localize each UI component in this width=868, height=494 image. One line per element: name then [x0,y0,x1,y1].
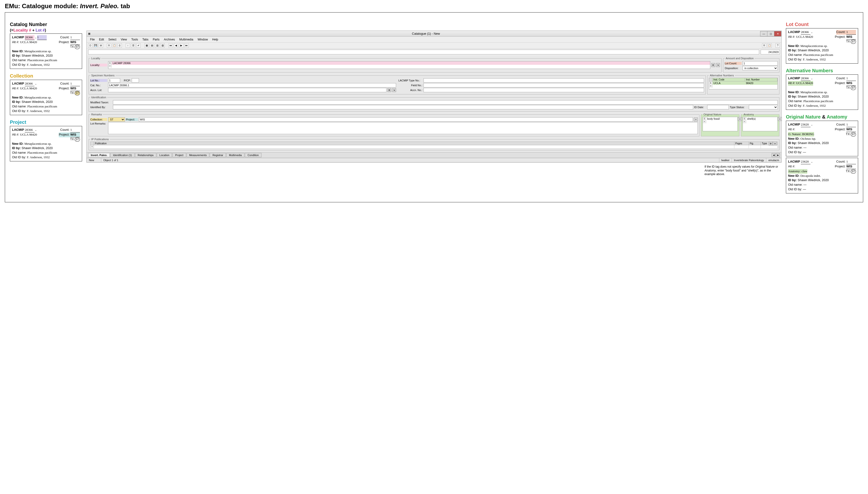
menu-multimedia[interactable]: Multimedia [177,37,195,42]
tb-view3-icon[interactable]: ▥ [155,43,159,48]
nature-expand-icon[interactable]: ≡ [738,117,742,121]
tb-first-icon[interactable]: ⏮ [169,43,173,48]
menu-edit[interactable]: Edit [97,37,106,42]
altnum-code[interactable]: UCLA [712,81,745,85]
st-badge-icon: ST [851,39,856,44]
tb-paste-icon[interactable]: 📋 [112,43,117,48]
titlebar: ▦ Catalogue (1) - New — ◻ ✕ [87,31,781,37]
anatomy-expand-icon[interactable]: ≡ [778,117,782,121]
tb-sort-icon[interactable]: ↕ [126,43,130,48]
card-anatomy: LACMIP 23620 . Count: 1 Alt #: Project: … [786,158,858,193]
pub-lookup-icon[interactable]: ⊞ [769,141,773,146]
locality-value[interactable]: LACMIP 28366 [112,61,710,65]
tabstrip: Invert. Paleo. Identification (1) Relati… [87,152,781,158]
tab-registrar[interactable]: Registrar [210,153,226,157]
locality-attach-icon[interactable]: ⇲ [716,63,720,67]
menu-tools[interactable]: Tools [129,37,140,42]
altnum-number[interactable]: 98420 [745,81,777,85]
heading-lotcount: Lot Count [786,22,858,27]
anatomy-value[interactable]: shell(s) [746,117,777,120]
menu-archives[interactable]: Archives [162,37,177,42]
menu-parts[interactable]: Parts [151,37,161,42]
accnlot-lookup-icon[interactable]: ⊞ [388,88,391,92]
tab-project[interactable]: Project [172,153,186,157]
locality-lookup-icon[interactable]: ⊞ [711,63,715,67]
card-collection: LACMIP 28366 . Count: 1 Alt #: UCLA 9842… [10,80,82,115]
select-disposition[interactable]: in collection [743,66,778,70]
st-badge-icon: ST [75,137,80,141]
input-catno[interactable] [108,83,396,88]
tb-copy2-icon[interactable]: ⎘ [762,43,766,48]
input-pcp[interactable] [132,78,139,82]
tb-help-icon[interactable]: ? [775,43,780,48]
textarea-lotremarks[interactable] [108,122,698,134]
app-icon: ▦ [87,32,92,35]
input-accnlot[interactable] [108,88,387,92]
menu-tabs[interactable]: Tabs [140,37,150,42]
card-nature: LACMIP 23620 . Count: 1 Alt #: Project: … [786,121,858,156]
menu-window[interactable]: Window [196,37,210,42]
maximize-button[interactable]: ◻ [767,31,774,36]
statusbar: New Object 1 of 1 lwalker Invertebrate P… [87,158,781,162]
tab-identification[interactable]: Identification (1) [110,153,134,157]
minimize-button[interactable]: — [760,31,767,36]
tab-invert-paleo[interactable]: Invert. Paleo. [88,153,110,157]
select-collection[interactable]: ST [108,117,125,121]
menu-file[interactable]: File [88,37,97,42]
menu-view[interactable]: View [119,37,129,42]
tb-next-icon[interactable]: ▶ [179,43,183,48]
menu-help[interactable]: Help [210,37,220,42]
summary-input[interactable] [88,50,759,54]
label-collection: Collection: [90,118,107,121]
heading-altnum: Alternative Numbers [786,68,858,74]
input-typeno[interactable] [423,78,704,82]
tb-attach-icon[interactable]: ⎙ [118,43,122,48]
heading-collection: Collection [10,73,82,79]
legend-specimen: Specimen Numbers [90,74,116,77]
label-project: Project: [126,118,138,121]
nature-value[interactable]: body fossil [706,117,737,120]
tab-scroll-right-icon[interactable]: ▶ [776,153,780,157]
tb-paste2-icon[interactable]: 📋 [767,43,772,48]
emu-window: ▦ Catalogue (1) - New — ◻ ✕ File Edit Se… [86,31,782,163]
input-modtaxon[interactable] [113,100,778,104]
project-expand-icon[interactable]: ≡ [694,117,698,121]
input-lotcount[interactable] [743,61,778,65]
tb-spell-icon[interactable]: ✔ [136,43,141,48]
input-lotno[interactable] [108,78,120,82]
label-typeno: LACMIP Type No.: [398,79,422,82]
pub-attach-icon[interactable]: ⇲ [773,141,777,146]
tab-location[interactable]: Location [157,153,172,157]
menu-select[interactable]: Select [106,37,118,42]
irn-input[interactable] [761,50,780,54]
tb-report-icon[interactable]: ☰ [131,43,135,48]
input-project[interactable] [139,117,693,121]
tb-view2-icon[interactable]: ▤ [150,43,154,48]
tb-new-icon[interactable]: 🗋 [88,43,93,48]
tab-condition[interactable]: Condition [245,153,261,157]
tb-view4-icon[interactable]: ▧ [160,43,165,48]
pub-row[interactable] [94,145,734,149]
input-identifiedby[interactable] [113,105,693,109]
tb-view1-icon[interactable]: ▦ [144,43,149,48]
tab-relationships[interactable]: Relationships [135,153,156,157]
tb-prev-icon[interactable]: ◀ [174,43,178,48]
accnlot-attach-icon[interactable]: ⇲ [392,88,396,92]
input-fieldno[interactable] [423,83,704,88]
legend-identification: Identification [90,96,107,99]
tb-cancel-icon[interactable]: ⊘ [99,43,103,48]
tab-measurements[interactable]: Measurements [186,153,210,157]
tb-save-icon[interactable]: 💾 [94,43,98,48]
close-button[interactable]: ✕ [774,31,781,36]
tab-scroll-left-icon[interactable]: ◀ [772,153,775,157]
input-iddate[interactable] [707,105,729,109]
tab-multimedia[interactable]: Multimedia [226,153,244,157]
fieldset-publications: IP Publications PublicationPagesFig.Type… [88,138,780,150]
status-mode: New [87,158,101,162]
subheading-catalog-number: (=Locality # + Lot #) [10,28,82,33]
tb-last-icon[interactable]: ⏭ [184,43,189,48]
tb-copy-icon[interactable]: ⎘ [107,43,111,48]
input-accnno[interactable] [423,88,704,92]
heading-nature-anatomy: Original Nature & Anatomy [786,114,858,120]
select-typestatus[interactable] [749,105,778,109]
